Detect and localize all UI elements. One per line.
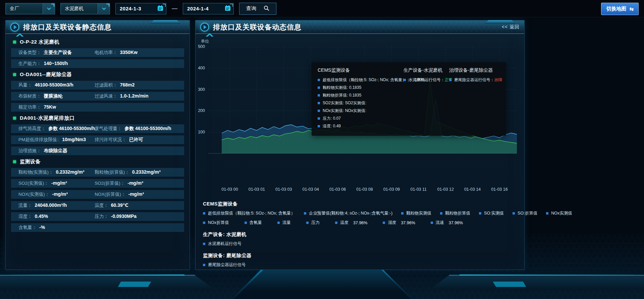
legend-item-label: SO:实测值: [484, 211, 504, 216]
field-label: 生产能力：: [18, 61, 41, 67]
info-field: 废气处理量：参数 46100-55300m/h: [95, 126, 171, 132]
legend-item-label: 湿度: [388, 220, 396, 226]
field-value: 0.45%: [35, 214, 48, 219]
legend-item[interactable]: 颗粒物实测值: [401, 211, 431, 216]
topbar: 全厂 水泥磨机 2024-1-3 — 2024-1-4 查询 切换地图 ⇆: [0, 0, 644, 17]
plant-select[interactable]: 全厂: [5, 3, 55, 14]
legend-item[interactable]: 压力: [306, 220, 320, 226]
info-row: NOX(实测值)：-mg/m³NOX(折算值)：-mg/m³: [11, 190, 184, 199]
y-tick-label: 500: [198, 44, 205, 49]
tooltip-row: 水泥磨机运行信号： 正常: [404, 77, 449, 83]
legend-item[interactable]: 温度37.96%: [335, 220, 367, 226]
chevron-down-icon[interactable]: [43, 3, 55, 14]
tooltip-row-text: 颗粒物折算值: 0.1835: [323, 93, 361, 98]
tooltip-row-text: 颗粒物实测值: 0.1835: [323, 85, 361, 91]
field-value: 140~150t/h: [44, 61, 68, 66]
tooltip-production-title: 生产设备-水泥磨机: [404, 67, 449, 73]
tooltip-row-text: 压力: 0.07: [323, 116, 341, 121]
legend-item[interactable]: SO:实测值: [479, 211, 504, 216]
tooltip-row: 压力: 0.07: [318, 116, 404, 121]
field-value: -mg/m³: [128, 191, 144, 197]
legend-item[interactable]: 含氧量: [245, 220, 262, 226]
legend-item[interactable]: 企业预警值(颗粒物:4; sOz-; NOx-;含氧气量:-): [304, 211, 392, 216]
tooltip-row: 磨尾除尘器运行信号： 故障: [449, 77, 500, 83]
x-axis-tick-labels: 01-03 0001-03 0101-03 0301-03 0401-03 06…: [208, 187, 517, 193]
footer-glow-line: [10, 275, 184, 276]
tooltip-cems-title: CEMS监测设备: [318, 67, 404, 73]
device-select[interactable]: 水泥磨机: [60, 3, 110, 14]
switch-map-button[interactable]: 切换地图 ⇆: [601, 3, 639, 15]
info-field: 流量：24048.000m³/h: [18, 202, 95, 208]
field-label: 湿度：: [18, 214, 32, 220]
legend-item-label: 含氧量: [250, 220, 262, 226]
field-label: 电机功率：: [95, 50, 117, 56]
legend-item[interactable]: 流速37.96%: [431, 220, 463, 226]
start-date-input[interactable]: 2024-1-3: [115, 3, 166, 14]
x-tick-label: 01-03 09: [383, 187, 400, 192]
x-tick-label: 01-03 06: [329, 187, 346, 192]
query-button-label: 查询: [246, 5, 256, 12]
x-tick-label: 01-03 12: [437, 187, 454, 192]
legend-item-label: NOx折算值: [208, 220, 229, 226]
legend-item[interactable]: 超低排放限值（颗拉物:5: SOz-; NOx; 含氧量）: [203, 211, 295, 216]
legend-square-icon: [318, 117, 320, 120]
footer-emblem: [231, 267, 413, 299]
legend-square-icon: [431, 222, 433, 224]
calendar-icon[interactable]: [224, 5, 231, 13]
legend-section-row: 水泥磨机运行信号: [203, 241, 518, 247]
chevron-up-decoration: [206, 33, 214, 37]
field-label: 废气处理量：: [95, 126, 122, 132]
tooltip-row: NOx实测值: NOx实测值:: [318, 108, 404, 114]
field-label: SO2(折算值)：: [95, 180, 125, 186]
x-tick-label: 01-03 03: [275, 187, 292, 192]
info-field: PM超低排排放限值::10mg/Nm3: [18, 137, 95, 143]
legend-square-icon: [203, 243, 205, 245]
field-value: 768m2: [120, 82, 135, 87]
back-link[interactable]: << 返回: [502, 24, 520, 30]
end-date-input[interactable]: 2024-1-4: [183, 3, 234, 14]
query-button[interactable]: 查询: [239, 3, 276, 15]
legend-item[interactable]: SO:折算值: [513, 211, 537, 216]
legend-item[interactable]: 水泥磨机运行信号: [203, 241, 241, 247]
legend-square-icon: [203, 264, 205, 266]
dynamic-info-panel: 排放口及关联设备动态信息 << 返回 单位 100200300400500 01…: [195, 20, 525, 270]
legend-section-header: 监测设备: 磨尾除尘器: [203, 252, 518, 259]
end-date-value: 2024-1-4: [187, 6, 224, 11]
footer-wing-left: [0, 275, 215, 290]
section-title: O-P-22 水泥磨机: [20, 39, 59, 45]
field-value: 10mg/Nm3: [62, 137, 86, 142]
plant-select-value: 全厂: [6, 3, 43, 14]
legend-item[interactable]: 流量: [277, 220, 291, 226]
legend-item-label: 颗粒物折算值: [445, 211, 470, 216]
field-label: 颗粒物(实测值)：: [18, 169, 53, 175]
legend-item[interactable]: NOx折算值: [203, 220, 229, 226]
field-value: 已许可: [129, 137, 143, 143]
info-field: 过滤面积：768m2: [95, 82, 135, 88]
calendar-icon[interactable]: [157, 5, 164, 13]
legend-square-icon: [404, 79, 406, 81]
field-label: 颗粒物(折算值)：: [95, 169, 129, 175]
legend-square-icon: [318, 110, 320, 112]
legend-square-icon: [440, 212, 442, 215]
info-row: 额定功率：75Kw: [11, 103, 184, 112]
legend-item[interactable]: 颗粒物折算值: [440, 211, 470, 216]
panel-tab-decoration: [150, 20, 181, 24]
info-field: 含氧量：-%: [18, 225, 95, 231]
field-value: -mg/m³: [52, 191, 68, 197]
y-tick-label: 400: [198, 66, 205, 70]
start-date-value: 2024-1-3: [120, 6, 157, 11]
field-label: 压力：: [95, 214, 108, 220]
info-field: 设备类型：主要生产设备: [18, 50, 95, 56]
legend-item[interactable]: 磨尾除尘器运行信号: [203, 262, 246, 268]
field-value: 60.39℃: [111, 202, 128, 208]
footer-wing-right: [429, 275, 644, 290]
legend-item[interactable]: NOx实测值: [546, 211, 572, 216]
info-field: 治理措施：布袋除尘器: [18, 148, 95, 154]
x-tick-label: 01-03 14: [464, 187, 481, 192]
legend-item[interactable]: 湿度37.96%: [383, 220, 415, 226]
legend-square-icon: [318, 125, 320, 127]
chevron-down-icon[interactable]: [98, 3, 110, 14]
field-value: -0.0930MPa: [111, 214, 137, 219]
info-row: 设备类型：主要生产设备电机功率：3350Kw: [11, 48, 184, 57]
field-label: 流量：: [18, 202, 32, 208]
